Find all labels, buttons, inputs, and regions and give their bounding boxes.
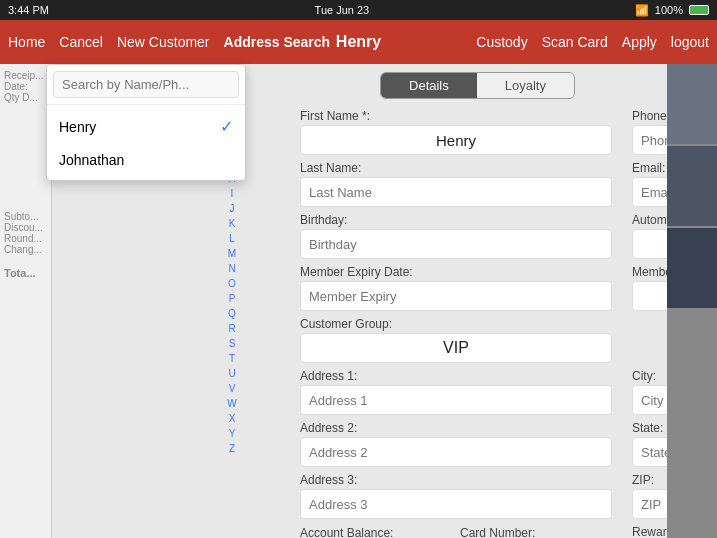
zip-label: ZIP: <box>632 473 667 487</box>
address3-group: Address 3: <box>300 473 612 519</box>
birthday-input[interactable] <box>300 229 612 259</box>
logout-button[interactable]: logout <box>671 34 709 50</box>
tab-details[interactable]: Details <box>381 73 477 98</box>
main-layout: Receip... Date: Qty D... Subto... Discou… <box>0 64 717 538</box>
new-customer-button[interactable]: New Customer <box>117 34 210 50</box>
scan-card-button[interactable]: Scan Card <box>542 34 608 50</box>
city-label: City: <box>632 369 667 383</box>
total-label: Tota... <box>4 267 47 279</box>
customer-dropdown: Henry ✓ Johnathan <box>46 64 246 181</box>
alpha-S[interactable]: S <box>223 336 241 351</box>
alpha-J[interactable]: J <box>223 201 241 216</box>
date-label: Date: <box>4 81 47 92</box>
form-grid: First Name *: Phone No: Last Name: Email… <box>300 109 655 538</box>
address3-label: Address 3: <box>300 473 612 487</box>
last-name-label: Last Name: <box>300 161 612 175</box>
address2-group: Address 2: <box>300 421 612 467</box>
zip-group: ZIP: <box>632 473 667 519</box>
alpha-R[interactable]: R <box>223 321 241 336</box>
email-group: Email: <box>632 161 667 207</box>
customer-group-label: Customer Group: <box>300 317 612 331</box>
search-box <box>47 65 245 105</box>
status-time: 3:44 PM <box>8 4 49 16</box>
alpha-T[interactable]: T <box>223 351 241 366</box>
custody-button[interactable]: Custody <box>476 34 527 50</box>
alpha-Z[interactable]: Z <box>223 441 241 456</box>
alpha-P[interactable]: P <box>223 291 241 306</box>
receipt-label: Receip... <box>4 70 47 81</box>
apply-button[interactable]: Apply <box>622 34 657 50</box>
customer-group-group: Customer Group: VIP <box>300 317 612 363</box>
member-expiry-group: Member Expiry Date: <box>300 265 612 311</box>
zip-input[interactable] <box>632 489 667 519</box>
card-number-label: Card Number: <box>460 526 535 538</box>
tab-bar: Details Loyalty <box>300 72 655 99</box>
alpha-U[interactable]: U <box>223 366 241 381</box>
alpha-W[interactable]: W <box>223 396 241 411</box>
address2-input[interactable] <box>300 437 612 467</box>
last-name-group: Last Name: <box>300 161 612 207</box>
member-pricing-label: Member Pricing Level: <box>632 265 667 279</box>
status-date: Tue Jun 23 <box>315 4 370 16</box>
customer-name-johnathan: Johnathan <box>59 152 124 168</box>
alpha-Y[interactable]: Y <box>223 426 241 441</box>
alpha-O[interactable]: O <box>223 276 241 291</box>
customer-list: Henry ✓ Johnathan <box>47 105 245 180</box>
address1-label: Address 1: <box>300 369 612 383</box>
phone-group: Phone No: <box>632 109 667 155</box>
alpha-K[interactable]: K <box>223 216 241 231</box>
address-search-button[interactable]: Address Search <box>224 34 331 50</box>
member-pricing-value: None <box>632 281 667 311</box>
wifi-icon: 📶 <box>635 4 649 17</box>
subtotal-label: Subto... <box>4 211 47 222</box>
right-image-3 <box>667 228 717 308</box>
city-group: City: <box>632 369 667 415</box>
qty-label: Qty D... <box>4 92 47 103</box>
search-input[interactable] <box>53 71 239 98</box>
alpha-X[interactable]: X <box>223 411 241 426</box>
first-name-input[interactable] <box>300 125 612 155</box>
change-label: Chang... <box>4 244 47 255</box>
automated-discount-label: Automated Member Discount: <box>632 213 667 227</box>
receipt-panel: Receip... Date: Qty D... Subto... Discou… <box>0 64 52 538</box>
member-pricing-group: Member Pricing Level: None <box>632 265 667 311</box>
automated-discount-value: None <box>632 229 667 259</box>
round-label: Round... <box>4 233 47 244</box>
alpha-N[interactable]: N <box>223 261 241 276</box>
account-balance-card-group: Account Balance: Card Number: $ <box>300 525 612 538</box>
home-button[interactable]: Home <box>8 34 45 50</box>
state-group: State: <box>632 421 667 467</box>
phone-input[interactable] <box>632 125 667 155</box>
status-bar: 3:44 PM Tue Jun 23 📶 100% <box>0 0 717 20</box>
nav-title: Henry <box>336 33 381 51</box>
address1-group: Address 1: <box>300 369 612 415</box>
right-panel <box>667 64 717 538</box>
discount-label: Discou... <box>4 222 47 233</box>
customer-item-johnathan[interactable]: Johnathan <box>47 144 245 176</box>
address1-input[interactable] <box>300 385 612 415</box>
tab-group: Details Loyalty <box>380 72 575 99</box>
battery-level: 100% <box>655 4 683 16</box>
customer-group-value: VIP <box>300 333 612 363</box>
alpha-M[interactable]: M <box>223 246 241 261</box>
alpha-V[interactable]: V <box>223 381 241 396</box>
reward-points-label: Reward Points: <box>632 525 667 538</box>
tab-loyalty[interactable]: Loyalty <box>477 73 574 98</box>
member-expiry-label: Member Expiry Date: <box>300 265 612 279</box>
address3-input[interactable] <box>300 489 612 519</box>
alpha-I[interactable]: I <box>223 186 241 201</box>
state-input[interactable] <box>632 437 667 467</box>
selected-check-henry: ✓ <box>220 117 233 136</box>
alpha-Q[interactable]: Q <box>223 306 241 321</box>
email-label: Email: <box>632 161 667 175</box>
state-label: State: <box>632 421 667 435</box>
birthday-group: Birthday: <box>300 213 612 259</box>
customer-item-henry[interactable]: Henry ✓ <box>47 109 245 144</box>
city-input[interactable] <box>632 385 667 415</box>
alpha-L[interactable]: L <box>223 231 241 246</box>
last-name-input[interactable] <box>300 177 612 207</box>
right-image-1 <box>667 64 717 144</box>
member-expiry-input[interactable] <box>300 281 612 311</box>
cancel-button[interactable]: Cancel <box>59 34 103 50</box>
email-input[interactable] <box>632 177 667 207</box>
